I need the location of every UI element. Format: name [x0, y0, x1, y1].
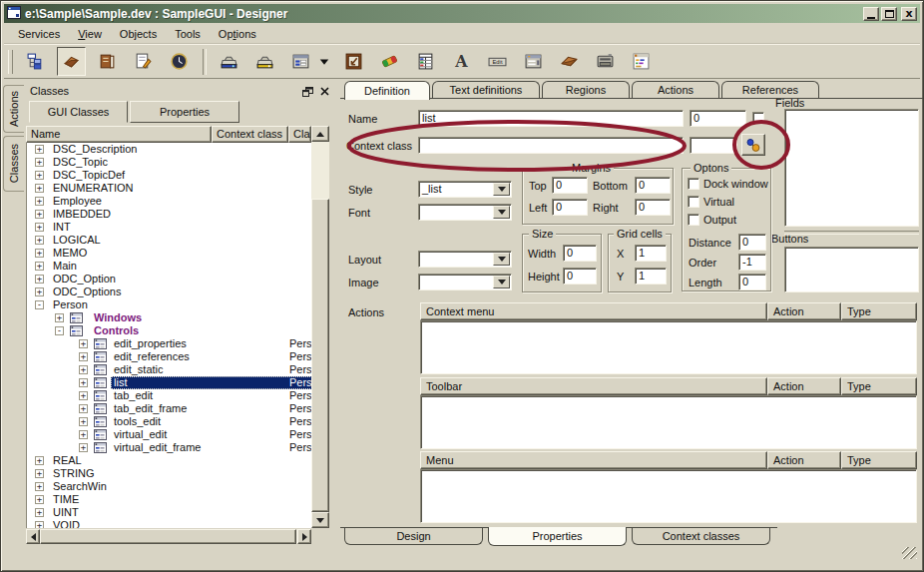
- vscroll-thumb[interactable]: [311, 199, 329, 512]
- menu-table-body[interactable]: [420, 469, 917, 523]
- tab-text-definitions[interactable]: Text definitions: [432, 81, 540, 98]
- grid-x-input[interactable]: 1: [635, 245, 667, 262]
- side-tab-classes[interactable]: Classes: [3, 136, 24, 192]
- tree-row[interactable]: +Main: [27, 260, 312, 273]
- tree-row[interactable]: +VOID: [27, 519, 312, 528]
- expand-icon[interactable]: +: [79, 404, 88, 413]
- code-window-icon[interactable]: [627, 47, 656, 76]
- tree-row[interactable]: +tab_editPerso: [27, 389, 312, 402]
- output-checkbox[interactable]: [688, 214, 699, 226]
- tree-row[interactable]: +REAL: [27, 454, 312, 467]
- expand-icon[interactable]: +: [35, 249, 44, 258]
- resize-grip[interactable]: [902, 547, 917, 559]
- column-header-context-class[interactable]: Context class: [212, 126, 288, 143]
- style-dropdown-button[interactable]: [493, 183, 510, 196]
- image-combo[interactable]: [418, 274, 512, 290]
- expand-icon[interactable]: +: [35, 145, 44, 154]
- scroll-up-button[interactable]: [311, 126, 329, 142]
- printer-icon[interactable]: [591, 47, 620, 76]
- font-combo[interactable]: [418, 204, 512, 221]
- expand-icon[interactable]: +: [79, 417, 88, 426]
- edit-label-icon[interactable]: Edit: [483, 47, 512, 76]
- tree-row[interactable]: +DSC_TopicDef: [27, 169, 312, 182]
- drive-yellow-icon[interactable]: [250, 47, 279, 76]
- tab-actions[interactable]: Actions: [632, 81, 719, 98]
- context-menu-type-column[interactable]: Type: [841, 302, 917, 320]
- tree-horizontal-scrollbar[interactable]: [26, 529, 311, 544]
- expand-icon[interactable]: +: [35, 171, 44, 180]
- expand-icon[interactable]: +: [35, 262, 44, 271]
- menu-type-column[interactable]: Type: [841, 451, 917, 469]
- tree-row[interactable]: +DSC_Topic: [27, 156, 312, 169]
- context-class-aux-input[interactable]: [690, 137, 737, 154]
- book-icon[interactable]: [93, 47, 122, 76]
- eraser-plain-icon[interactable]: [555, 47, 584, 76]
- font-icon[interactable]: A: [447, 47, 476, 76]
- clock-icon[interactable]: [165, 47, 194, 76]
- expand-icon[interactable]: +: [35, 521, 44, 528]
- margin-bottom-input[interactable]: 0: [635, 177, 671, 194]
- close-panel-button[interactable]: [317, 85, 331, 98]
- window-form-icon[interactable]: [519, 47, 548, 76]
- tab-properties-left[interactable]: Properties: [130, 101, 239, 123]
- column-header-name[interactable]: Name: [26, 126, 212, 143]
- collapse-icon[interactable]: -: [35, 300, 44, 309]
- menu-tools[interactable]: Tools: [166, 26, 210, 42]
- form-dropdown-icon[interactable]: [286, 47, 315, 76]
- scroll-right-button[interactable]: [297, 529, 311, 544]
- name-aux-input[interactable]: 0: [690, 110, 746, 127]
- expand-icon[interactable]: +: [35, 236, 44, 245]
- expand-icon[interactable]: +: [79, 430, 88, 439]
- expand-icon[interactable]: +: [35, 223, 44, 232]
- float-panel-button[interactable]: [300, 85, 314, 98]
- name-input[interactable]: list: [418, 110, 684, 127]
- menu-title-column[interactable]: Menu: [420, 451, 767, 469]
- tree-row[interactable]: +MEMO: [27, 247, 312, 260]
- toolbar-action-column[interactable]: Action: [767, 377, 841, 395]
- dropdown-arrow-icon[interactable]: [316, 47, 332, 76]
- minimize-button[interactable]: [863, 7, 879, 21]
- tree-row[interactable]: -Person: [27, 298, 312, 311]
- expand-icon[interactable]: +: [79, 352, 88, 361]
- expand-icon[interactable]: +: [35, 210, 44, 219]
- close-button[interactable]: x: [901, 7, 917, 21]
- expand-icon[interactable]: +: [79, 443, 88, 452]
- expand-icon[interactable]: +: [35, 158, 44, 167]
- order-input[interactable]: -1: [738, 254, 766, 271]
- height-input[interactable]: 0: [563, 268, 597, 285]
- expand-icon[interactable]: +: [35, 275, 44, 284]
- column-header-class[interactable]: Class: [288, 126, 311, 143]
- context-class-input[interactable]: [418, 137, 684, 154]
- tab-definition[interactable]: Definition: [344, 81, 430, 100]
- tree-row[interactable]: +TIME: [27, 493, 312, 506]
- side-tab-actions[interactable]: Actions: [3, 85, 24, 133]
- virtual-checkbox[interactable]: [688, 196, 699, 208]
- name-checkbox[interactable]: [752, 112, 764, 124]
- bottom-tab-design[interactable]: Design: [344, 528, 483, 545]
- expand-icon[interactable]: +: [35, 508, 44, 517]
- tree-row[interactable]: +tab_edit_framePerso: [27, 402, 312, 415]
- expand-icon[interactable]: +: [55, 313, 64, 322]
- tree-row[interactable]: +SearchWin: [27, 480, 312, 493]
- expand-icon[interactable]: +: [35, 184, 44, 193]
- width-input[interactable]: 0: [563, 245, 597, 262]
- tree-row[interactable]: +listPerso: [27, 376, 312, 389]
- menu-options[interactable]: Options: [210, 26, 265, 42]
- expand-icon[interactable]: +: [79, 378, 88, 387]
- tree-row[interactable]: +Windows: [27, 311, 312, 324]
- font-dropdown-button[interactable]: [493, 206, 510, 219]
- context-class-picker-button[interactable]: [741, 134, 765, 156]
- expand-icon[interactable]: +: [35, 495, 44, 504]
- tree-vertical-scrollbar[interactable]: [311, 126, 329, 528]
- hierarchy-icon[interactable]: [21, 47, 50, 76]
- menu-services[interactable]: Services: [9, 26, 69, 42]
- tree-row[interactable]: -Controls: [27, 324, 312, 337]
- expand-icon[interactable]: +: [79, 365, 88, 374]
- dock-window-checkbox[interactable]: [688, 178, 699, 190]
- toolbar-grip[interactable]: [8, 50, 13, 74]
- distance-input[interactable]: 0: [738, 234, 766, 251]
- context-menu-title-column[interactable]: Context menu: [420, 302, 767, 320]
- tab-gui-classes[interactable]: GUI Classes: [29, 101, 128, 123]
- tree-row[interactable]: +DSC_Description: [27, 143, 312, 156]
- tab-regions[interactable]: Regions: [542, 81, 630, 98]
